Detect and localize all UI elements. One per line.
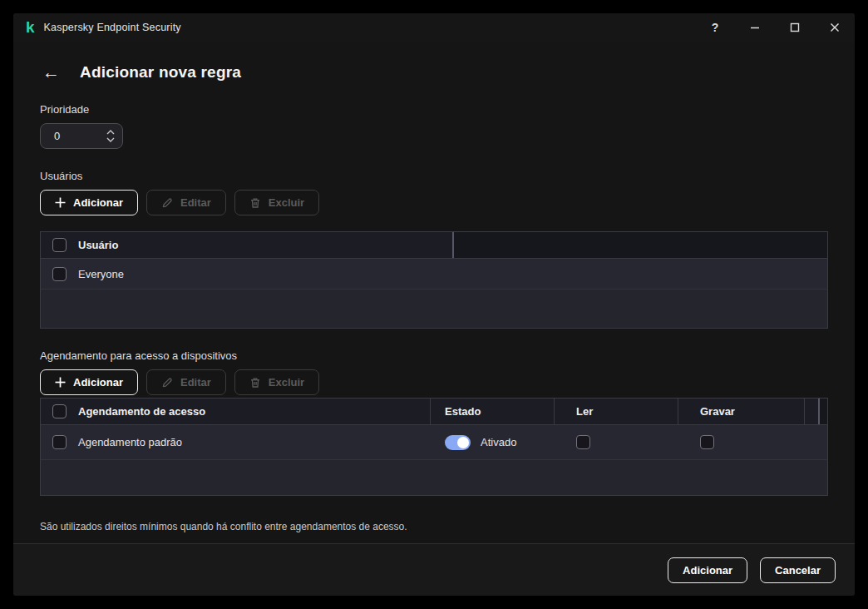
back-arrow-icon[interactable]: ← <box>42 62 61 82</box>
schedule-add-label: Adicionar <box>73 376 123 389</box>
pencil-icon <box>161 197 173 209</box>
help-button[interactable]: ? <box>695 13 735 42</box>
close-icon <box>830 22 840 32</box>
read-checkbox[interactable] <box>576 435 590 449</box>
table-row[interactable]: Agendamento padrão Ativado <box>41 425 827 460</box>
users-toolbar: Adicionar Editar Excluir <box>40 190 828 215</box>
schedule-col-ler: Ler <box>554 399 678 424</box>
write-checkbox[interactable] <box>700 435 714 449</box>
users-header-label: Usuário <box>78 232 452 258</box>
priority-stepper[interactable] <box>40 123 123 149</box>
users-delete-button: Excluir <box>234 190 319 215</box>
state-label: Ativado <box>481 436 516 448</box>
schedule-header-spacer <box>804 399 818 424</box>
users-add-button[interactable]: Adicionar <box>40 190 138 215</box>
users-table-empty-area <box>41 290 827 328</box>
kaspersky-logo: k <box>26 19 35 35</box>
conflict-note: São utilizados direitos mínimos quando h… <box>40 521 828 532</box>
users-select-all-checkbox[interactable] <box>52 238 67 252</box>
page-title: Adicionar nova regra <box>80 63 241 82</box>
plus-icon <box>55 377 66 388</box>
cancel-button[interactable]: Cancelar <box>760 557 836 583</box>
chevron-up-icon[interactable] <box>106 130 115 135</box>
row-checkbox[interactable] <box>52 435 67 449</box>
footer: Adicionar Cancelar <box>13 543 855 596</box>
trash-icon <box>249 377 261 389</box>
question-mark-icon: ? <box>712 21 719 34</box>
users-table-header: Usuário <box>41 232 827 259</box>
user-name: Everyone <box>78 268 124 280</box>
trash-icon <box>249 197 261 209</box>
maximize-button[interactable] <box>775 13 815 42</box>
pencil-icon <box>161 377 173 389</box>
schedule-table-scrollbar[interactable] <box>818 399 827 424</box>
content: ← Adicionar nova regra Prioridade Usuári… <box>13 42 855 543</box>
schedule-edit-button: Editar <box>146 369 226 395</box>
users-delete-label: Excluir <box>269 196 304 209</box>
schedule-section-label: Agendamento para acesso a dispositivos <box>40 349 828 362</box>
app-title: Kaspersky Endpoint Security <box>44 22 181 33</box>
close-button[interactable] <box>815 13 855 42</box>
chevron-down-icon[interactable] <box>106 137 115 142</box>
state-toggle[interactable] <box>445 435 471 450</box>
app-window: k Kaspersky Endpoint Security ? ← Adicio… <box>13 13 855 596</box>
add-rule-button[interactable]: Adicionar <box>668 557 747 583</box>
schedule-table-header: Agendamento de acesso Estado Ler Gravar <box>41 399 827 425</box>
table-row[interactable]: Everyone <box>41 259 827 290</box>
maximize-icon <box>790 22 800 32</box>
users-edit-label: Editar <box>180 196 211 209</box>
schedule-toolbar: Adicionar Editar Excluir <box>40 369 828 395</box>
users-section-label: Usuários <box>40 170 828 182</box>
schedule-delete-label: Excluir <box>269 376 304 389</box>
schedule-table-empty-area <box>41 460 827 495</box>
users-table: Usuário Everyone <box>40 231 828 329</box>
minimize-button[interactable] <box>735 13 775 42</box>
priority-label: Prioridade <box>40 103 828 116</box>
priority-input[interactable] <box>54 130 96 142</box>
users-add-label: Adicionar <box>73 196 123 209</box>
schedule-select-all-checkbox[interactable] <box>52 404 67 418</box>
titlebar: k Kaspersky Endpoint Security ? <box>13 13 855 42</box>
cancel-label: Cancelar <box>775 564 821 577</box>
schedule-edit-label: Editar <box>180 376 211 389</box>
schedule-col-estado: Estado <box>430 399 554 424</box>
users-edit-button: Editar <box>146 190 226 215</box>
schedule-col-gravar: Gravar <box>678 399 804 424</box>
row-checkbox[interactable] <box>52 267 67 281</box>
schedule-col-name: Agendamento de acesso <box>78 405 205 418</box>
schedule-table: Agendamento de acesso Estado Ler Gravar … <box>40 398 828 496</box>
schedule-add-button[interactable]: Adicionar <box>40 369 138 395</box>
users-table-scrollbar[interactable] <box>452 232 828 258</box>
toggle-knob <box>457 437 469 448</box>
plus-icon <box>55 197 66 208</box>
schedule-name: Agendamento padrão <box>78 436 182 448</box>
minimize-icon <box>750 22 760 32</box>
add-rule-label: Adicionar <box>683 564 732 577</box>
schedule-delete-button: Excluir <box>234 369 319 395</box>
